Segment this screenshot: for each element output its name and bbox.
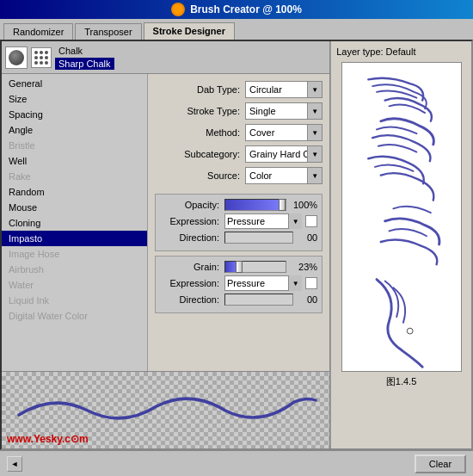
opacity-slider-thumb[interactable] <box>279 199 286 211</box>
layer-type-label: Layer type: Default <box>336 46 415 57</box>
category-list: General Size Spacing Angle Bristle Well … <box>2 74 148 371</box>
grain-expression-select[interactable]: Pressure Velocity None <box>224 275 302 291</box>
brush-name-sharp-chalk[interactable]: Sharp Chalk <box>55 58 114 70</box>
brush-name-chalk[interactable]: Chalk <box>55 45 114 57</box>
opacity-expression-checkbox[interactable] <box>305 215 317 227</box>
brush-circle-icon <box>9 50 24 65</box>
cat-size[interactable]: Size <box>2 91 147 107</box>
figure-label: 图1.4.5 <box>386 375 416 388</box>
preview-strip: www.Yesky.c⊙m <box>2 371 329 448</box>
dab-type-select[interactable]: Circular Captured Computed <box>245 81 322 98</box>
opacity-direction-label: Direction: <box>160 232 224 243</box>
opacity-expression-label: Expression: <box>160 216 224 226</box>
source-label: Source: <box>155 170 245 181</box>
brush-thumbnail-1[interactable] <box>5 46 28 69</box>
panels: General Size Spacing Angle Bristle Well … <box>2 74 329 371</box>
right-panel: Layer type: Default <box>330 41 471 448</box>
dot-icon <box>45 51 48 54</box>
grain-direction-label: Direction: <box>160 294 224 305</box>
cat-random[interactable]: Random <box>2 184 147 200</box>
opacity-value: 100% <box>286 200 317 210</box>
dot-icon <box>40 61 43 65</box>
grain-expression-checkbox[interactable] <box>305 277 317 289</box>
cat-general[interactable]: General <box>2 76 147 91</box>
left-panel: Chalk Sharp Chalk General Size Spacing A… <box>2 41 330 448</box>
cat-mouse[interactable]: Mouse <box>2 200 147 215</box>
dot-icon <box>45 56 48 59</box>
opacity-expression-select[interactable]: Pressure Velocity None <box>224 213 302 229</box>
settings-panel: Dab Type: Circular Captured Computed ▼ <box>148 74 329 371</box>
tab-bar: Randomizer Transposer Stroke Designer <box>0 19 473 40</box>
stroke-type-row: Stroke Type: Single Multi Hose ▼ <box>155 102 322 120</box>
grain-expression-row: Expression: Pressure Velocity None ▼ <box>160 275 317 291</box>
subcategory-label: Subcategory: <box>155 149 245 159</box>
grain-slider[interactable] <box>224 261 286 273</box>
cat-impasto[interactable]: Impasto <box>2 231 147 246</box>
subcategory-select-wrapper: Grainy Hard Co... Soft Cover Hard Cover … <box>245 145 322 163</box>
opacity-section: Opacity: 100% Expression: <box>155 194 322 251</box>
clear-button[interactable]: Clear <box>415 454 466 473</box>
grain-direction-row: Direction: 00 <box>160 294 317 306</box>
brush-selector: Chalk Sharp Chalk <box>2 41 329 74</box>
grain-section: Grain: 23% Expression: <box>155 256 322 313</box>
dot-icon <box>40 56 43 59</box>
content-area: Chalk Sharp Chalk General Size Spacing A… <box>0 40 473 450</box>
cat-spacing[interactable]: Spacing <box>2 107 147 122</box>
opacity-direction-slider[interactable] <box>224 232 293 244</box>
tab-stroke-designer[interactable]: Stroke Designer <box>144 22 235 40</box>
app-icon <box>171 3 185 16</box>
brush-preview-canvas <box>341 62 462 372</box>
opacity-expression-row: Expression: Pressure Velocity None ▼ <box>160 213 317 229</box>
grain-slider-row: Grain: 23% <box>160 261 317 273</box>
scroll-left-button[interactable]: ◄ <box>7 456 22 472</box>
dot-icon <box>34 51 38 54</box>
stroke-type-select-wrapper: Single Multi Hose ▼ <box>245 102 322 120</box>
brush-preview-stroke <box>342 63 461 371</box>
tab-transposer[interactable]: Transposer <box>75 23 141 40</box>
stroke-type-label: Stroke Type: <box>155 106 245 116</box>
grain-slider-thumb[interactable] <box>236 261 243 273</box>
bottom-bar: ◄ Clear <box>0 450 473 476</box>
grain-direction-slider[interactable] <box>224 294 293 306</box>
grain-expression-select-wrap: Pressure Velocity None ▼ <box>224 275 302 291</box>
tab-randomizer[interactable]: Randomizer <box>3 23 73 40</box>
dot-icon <box>40 51 43 54</box>
opacity-expression-select-wrap: Pressure Velocity None ▼ <box>224 213 302 229</box>
method-select-wrapper: Cover Buildup Glazing ▼ <box>245 124 322 141</box>
grain-expression-label: Expression: <box>160 278 224 288</box>
cat-digital-water-color: Digital Water Color <box>2 308 147 324</box>
subcategory-select[interactable]: Grainy Hard Co... Soft Cover Hard Cover <box>245 145 322 163</box>
opacity-direction-value: 00 <box>293 232 317 243</box>
cat-well[interactable]: Well <box>2 153 147 169</box>
grain-label: Grain: <box>160 262 224 272</box>
watermark: www.Yesky.c⊙m <box>7 433 89 445</box>
preview-stroke-svg <box>10 385 320 428</box>
dab-type-select-wrapper: Circular Captured Computed ▼ <box>245 81 322 98</box>
cat-airbrush: Airbrush <box>2 262 147 277</box>
opacity-direction-row: Direction: 00 <box>160 232 317 244</box>
opacity-slider-row: Opacity: 100% <box>160 199 317 211</box>
dab-type-row: Dab Type: Circular Captured Computed ▼ <box>155 81 322 98</box>
opacity-slider[interactable] <box>224 199 286 211</box>
cat-cloning[interactable]: Cloning <box>2 215 147 231</box>
grain-value: 23% <box>286 262 317 272</box>
opacity-label: Opacity: <box>160 200 224 210</box>
stroke-type-select[interactable]: Single Multi Hose <box>245 102 322 120</box>
dot-icon <box>45 61 48 65</box>
cat-bristle: Bristle <box>2 138 147 153</box>
cat-rake: Rake <box>2 169 147 184</box>
opacity-slider-fill <box>225 200 286 210</box>
dot-icon <box>34 56 38 59</box>
brush-thumbnail-2[interactable] <box>31 47 52 68</box>
main-container: Randomizer Transposer Stroke Designer <box>0 19 473 476</box>
cat-liquid-ink: Liquid Ink <box>2 293 147 308</box>
source-select-wrapper: Color Clone Pattern ▼ <box>245 167 322 184</box>
method-select[interactable]: Cover Buildup Glazing <box>245 124 322 141</box>
brush-name-list: Chalk Sharp Chalk <box>55 45 114 70</box>
grain-direction-value: 00 <box>293 294 317 305</box>
source-row: Source: Color Clone Pattern ▼ <box>155 167 322 184</box>
title-text: Brush Creator @ 100% <box>190 3 302 15</box>
dab-type-label: Dab Type: <box>155 84 245 95</box>
source-select[interactable]: Color Clone Pattern <box>245 167 322 184</box>
cat-angle[interactable]: Angle <box>2 122 147 138</box>
